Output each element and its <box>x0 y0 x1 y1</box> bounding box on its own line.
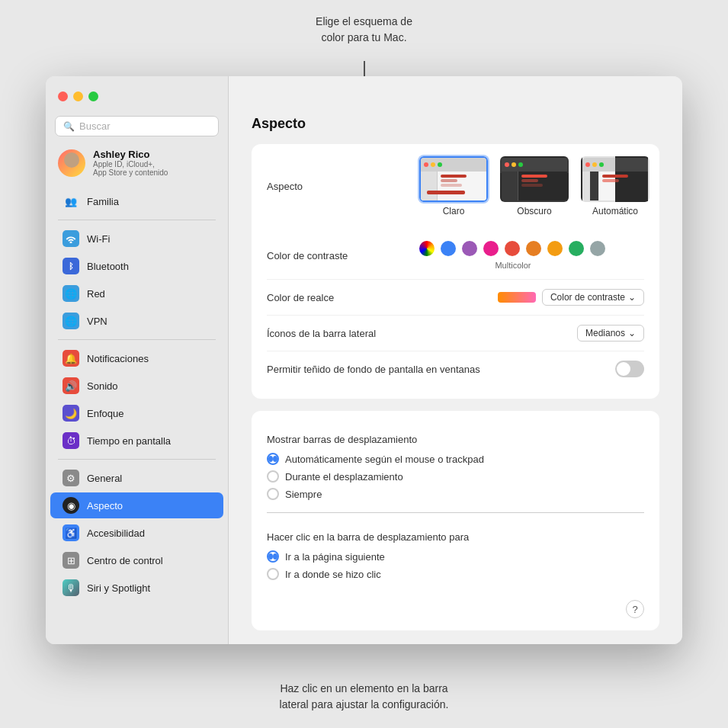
sidebar-item-bluetooth-label: Bluetooth <box>87 261 129 272</box>
color-dot-yellow[interactable] <box>547 241 563 256</box>
color-dot-orange[interactable] <box>526 241 541 256</box>
sidebar-item-enfoque[interactable]: 🌙 Enfoque <box>50 400 223 426</box>
sidebar-item-tiempo-label: Tiempo en pantalla <box>87 435 171 447</box>
sidebar-item-siri-label: Siri y Spotlight <box>87 582 150 594</box>
accessibility-icon: ♿ <box>63 524 79 541</box>
scrollbars-auto-radio[interactable] <box>267 453 279 465</box>
color-realce-label: Color de realce <box>267 292 498 303</box>
maximize-button[interactable] <box>88 91 98 101</box>
search-bar[interactable]: 🔍 <box>55 116 219 136</box>
click-next-item[interactable]: Ir a la página siguiente <box>267 550 644 563</box>
click-where-radio[interactable] <box>267 568 279 580</box>
sidebar-icons-value: Medianos ⌄ <box>577 325 644 342</box>
card-divider <box>267 512 644 513</box>
sidebar-item-bluetooth[interactable]: ᛒ Bluetooth <box>50 253 223 279</box>
click-next-radio[interactable] <box>267 550 279 563</box>
sidebar-item-accesibilidad[interactable]: ♿ Accesibilidad <box>50 520 223 546</box>
bottom-annotation: Haz clic en un elemento en la barra late… <box>0 681 728 713</box>
help-button[interactable]: ? <box>626 600 644 618</box>
sidebar-item-red[interactable]: 🌐 Red <box>50 281 223 306</box>
sidebar-item-notificaciones[interactable]: 🔔 Notificaciones <box>50 345 223 371</box>
sidebar-item-control[interactable]: ⊞ Centro de control <box>50 547 223 573</box>
avatar <box>58 149 85 177</box>
sidebar-item-wifi-label: Wi-Fi <box>87 233 110 245</box>
chevron-down-icon: ⌄ <box>628 292 636 303</box>
sidebar-item-aspecto-label: Aspecto <box>87 500 123 512</box>
close-button[interactable] <box>58 91 68 101</box>
sidebar-item-aspecto[interactable]: ◉ Aspecto <box>50 492 223 518</box>
sidebar-item-sonido[interactable]: 🔊 Sonido <box>50 373 223 399</box>
search-input[interactable] <box>79 120 210 132</box>
color-dot-pink[interactable] <box>483 241 499 256</box>
scrollbars-auto-item[interactable]: Automáticamente según el mouse o trackpa… <box>267 453 644 465</box>
notifications-icon: 🔔 <box>63 350 79 367</box>
sidebar-item-vpn-label: VPN <box>87 316 107 327</box>
sidebar-item-familia-label: Familia <box>87 196 119 207</box>
sidebar-icons-dropdown[interactable]: Medianos ⌄ <box>577 325 644 342</box>
user-subtitle: Apple ID, iCloud+,App Store y contenido <box>93 160 168 177</box>
sidebar-item-wifi[interactable]: Wi-Fi <box>50 226 223 252</box>
color-contrast-label: Color de contraste <box>267 250 419 261</box>
color-dot-purple[interactable] <box>462 241 477 256</box>
sidebar-item-notificaciones-label: Notificaciones <box>87 353 149 364</box>
minimize-button[interactable] <box>73 91 83 101</box>
scrollbars-during-item[interactable]: Durante el desplazamiento <box>267 470 644 483</box>
scrollbars-always-item[interactable]: Siempre <box>267 488 644 500</box>
color-dot-red[interactable] <box>505 241 520 256</box>
sidebar-item-general[interactable]: ⚙ General <box>50 465 223 491</box>
vpn-icon: 🌐 <box>63 313 79 329</box>
familia-icon: 👥 <box>63 193 79 210</box>
scrollbars-radio-group: Automáticamente según el mouse o trackpa… <box>267 453 644 500</box>
sidebar-item-general-label: General <box>87 473 122 484</box>
sidebar-divider-3 <box>58 459 216 460</box>
wallpaper-tint-label: Permitir teñido de fondo de pantalla en … <box>267 364 615 375</box>
appearance-options: Claro <box>419 156 649 216</box>
appearance-label: Aspecto <box>267 181 419 192</box>
section-title: Aspecto <box>252 116 659 132</box>
multicolor-label: Multicolor <box>421 261 605 270</box>
appearance-thumb-automatico[interactable] <box>581 156 649 202</box>
sidebar-divider-2 <box>58 339 216 340</box>
control-icon: ⊞ <box>63 552 79 569</box>
color-dot-green[interactable] <box>569 241 584 256</box>
sidebar-item-tiempo[interactable]: ⏱ Tiempo en pantalla <box>50 428 223 454</box>
appearance-card: Aspecto <box>252 144 659 399</box>
user-profile[interactable]: Ashley Rico Apple ID, iCloud+,App Store … <box>46 144 228 181</box>
click-where-item[interactable]: Ir a donde se hizo clic <box>267 568 644 580</box>
appearance-option-claro[interactable]: Claro <box>419 156 488 216</box>
scrollbars-always-radio[interactable] <box>267 488 279 500</box>
color-realce-dropdown[interactable]: Color de contraste ⌄ <box>542 289 644 306</box>
scrollbars-always-label: Siempre <box>285 489 322 500</box>
appearance-thumb-obscuro[interactable] <box>500 156 569 202</box>
appearance-option-automatico[interactable]: Automático <box>581 156 649 216</box>
appearance-option-obscuro[interactable]: Obscuro <box>500 156 569 216</box>
chevron-down-icon-2: ⌄ <box>628 328 636 338</box>
sidebar-item-control-label: Centro de control <box>87 555 163 566</box>
click-title: Hacer clic en la barra de desplazamiento… <box>267 531 644 543</box>
color-dot-multicolor[interactable] <box>419 241 435 256</box>
scrollbars-during-radio[interactable] <box>267 470 279 483</box>
user-info: Ashley Rico Apple ID, iCloud+,App Store … <box>93 149 168 177</box>
appearance-thumb-claro[interactable] <box>419 156 488 202</box>
settings-window: 🔍 Ashley Rico Apple ID, iCloud+,App Stor… <box>46 76 682 644</box>
sidebar-item-red-label: Red <box>87 288 105 300</box>
sidebar-item-sonido-label: Sonido <box>87 380 117 392</box>
sidebar-item-enfoque-label: Enfoque <box>87 408 123 419</box>
color-dot-blue[interactable] <box>441 241 456 256</box>
wallpaper-tint-toggle[interactable] <box>615 361 644 377</box>
scrollbars-section: Mostrar barras de desplazamiento Automát… <box>267 423 644 505</box>
search-icon: 🔍 <box>63 121 75 132</box>
network-icon: 🌐 <box>63 285 79 302</box>
sidebar-item-familia[interactable]: 👥 Familia <box>50 188 223 214</box>
automatico-label: Automático <box>592 206 638 216</box>
wifi-icon <box>63 230 79 247</box>
sidebar-item-siri[interactable]: 🎙 Siri y Spotlight <box>50 575 223 601</box>
obscuro-label: Obscuro <box>517 206 551 216</box>
color-dots-container: Multicolor <box>419 241 605 270</box>
color-dot-graphite[interactable] <box>590 241 605 256</box>
top-annotation: Elige el esquema de color para tu Mac. <box>0 14 728 46</box>
click-next-label: Ir a la página siguiente <box>285 551 385 563</box>
user-name: Ashley Rico <box>93 149 168 160</box>
sidebar-item-vpn[interactable]: 🌐 VPN <box>50 308 223 334</box>
realce-gradient <box>498 292 536 303</box>
